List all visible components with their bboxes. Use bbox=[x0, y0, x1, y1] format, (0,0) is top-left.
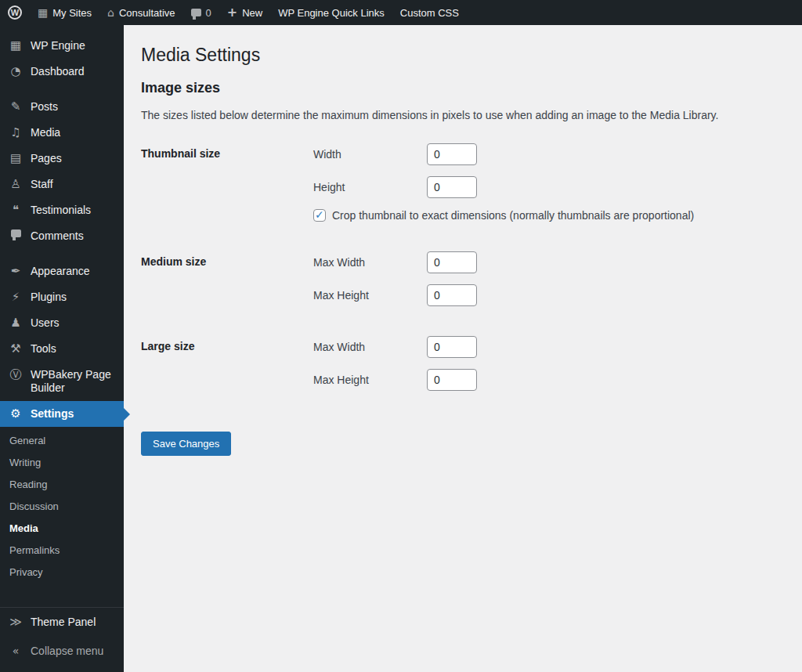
sidebar-item-label: Staff bbox=[31, 178, 53, 191]
site-name-menu[interactable]: ⌂ Consultative bbox=[99, 0, 182, 25]
custom-css-menu[interactable]: Custom CSS bbox=[392, 0, 467, 25]
sidebar-item-appearance[interactable]: ✒ Appearance bbox=[0, 258, 124, 284]
my-sites-menu[interactable]: ▦ My Sites bbox=[30, 0, 99, 25]
submenu-item-permalinks[interactable]: Permalinks bbox=[0, 540, 124, 562]
settings-submenu: General Writing Reading Discussion Media… bbox=[0, 427, 124, 591]
collapse-menu-button[interactable]: « Collapse menu bbox=[0, 637, 124, 666]
max-height-label: Max Height bbox=[313, 374, 427, 386]
pages-icon: ▤ bbox=[8, 152, 23, 165]
medium-size-row: Medium size Max Width Max Height bbox=[141, 251, 785, 317]
sidebar-item-staff[interactable]: ♙ Staff bbox=[0, 172, 124, 197]
large-max-height-line: Max Height bbox=[313, 369, 477, 391]
crop-thumbnail-checkbox[interactable] bbox=[313, 209, 326, 222]
thumbnail-height-line: Height bbox=[313, 176, 694, 198]
sidebar-item-tools[interactable]: ⚒ Tools bbox=[0, 336, 124, 362]
quote-icon: ❝ bbox=[8, 204, 23, 217]
thumbnail-width-line: Width bbox=[313, 143, 694, 165]
medium-max-width-line: Max Width bbox=[313, 251, 477, 273]
medium-max-width-input[interactable] bbox=[427, 251, 477, 273]
sidebar-item-label: Theme Panel bbox=[31, 616, 96, 629]
medium-size-label: Medium size bbox=[141, 251, 313, 317]
large-max-width-line: Max Width bbox=[313, 336, 477, 358]
wp-engine-quick-links-menu[interactable]: WP Engine Quick Links bbox=[270, 0, 392, 25]
theme-panel-icon: ≫ bbox=[8, 616, 23, 629]
wp-engine-icon: ▦ bbox=[8, 39, 23, 52]
thumbnail-size-row: Thumbnail size Width Height Crop thumbna… bbox=[141, 143, 785, 233]
brush-icon: ✒ bbox=[8, 265, 23, 278]
sidebar-item-label: Pages bbox=[31, 152, 62, 165]
admin-menu: ▦ WP Engine ◔ Dashboard ✎ Posts ♫ Media … bbox=[0, 25, 124, 591]
sidebar-item-label: Users bbox=[31, 316, 60, 330]
large-max-width-input[interactable] bbox=[427, 336, 477, 358]
sidebar-item-label: Comments bbox=[31, 229, 84, 243]
sidebar-item-label: WP Engine bbox=[31, 39, 85, 52]
crop-thumbnail-label[interactable]: Crop thumbnail to exact dimensions (norm… bbox=[332, 209, 694, 222]
collapse-menu-label: Collapse menu bbox=[31, 645, 103, 658]
sidebar-item-media[interactable]: ♫ Media bbox=[0, 120, 124, 146]
large-max-height-input[interactable] bbox=[427, 369, 477, 391]
width-label: Width bbox=[313, 148, 427, 161]
admin-bar-new[interactable]: + New bbox=[219, 0, 270, 25]
sidebar-item-plugins[interactable]: ⚡ Plugins bbox=[0, 284, 124, 310]
main-content: Media Settings Image sizes The sizes lis… bbox=[124, 25, 802, 672]
large-size-label: Large size bbox=[141, 336, 313, 402]
plugin-icon: ⚡ bbox=[8, 291, 23, 304]
submenu-item-media[interactable]: Media bbox=[0, 518, 124, 540]
wp-engine-quick-links-label: WP Engine Quick Links bbox=[278, 7, 385, 19]
sidebar-item-label: Dashboard bbox=[31, 65, 85, 78]
dashboard-gauge-icon: ◔ bbox=[8, 65, 23, 78]
menu-separator bbox=[0, 249, 124, 258]
submenu-item-writing[interactable]: Writing bbox=[0, 452, 124, 474]
sidebar-item-settings[interactable]: ⚙ Settings bbox=[0, 401, 124, 427]
medium-max-height-input[interactable] bbox=[427, 284, 477, 306]
menu-separator bbox=[0, 85, 124, 94]
sidebar-item-dashboard[interactable]: ◔ Dashboard bbox=[0, 59, 124, 85]
thumbnail-size-fields: Width Height Crop thumbnail to exact dim… bbox=[313, 143, 694, 233]
image-sizes-heading: Image sizes bbox=[141, 80, 785, 96]
wordpress-logo-menu[interactable]: W bbox=[0, 0, 30, 25]
sidebar-item-label: Plugins bbox=[31, 291, 67, 304]
sites-grid-icon: ▦ bbox=[38, 7, 48, 18]
thumbnail-height-input[interactable] bbox=[427, 176, 477, 198]
custom-css-label: Custom CSS bbox=[400, 7, 459, 19]
submenu-item-general[interactable]: General bbox=[0, 430, 124, 452]
sidebar-item-wp-engine[interactable]: ▦ WP Engine bbox=[0, 33, 124, 59]
sidebar-item-wpbakery[interactable]: Ⓥ WPBakery Page Builder bbox=[0, 362, 124, 401]
submenu-item-privacy[interactable]: Privacy bbox=[0, 562, 124, 583]
max-height-label: Max Height bbox=[313, 289, 427, 302]
wordpress-logo-icon: W bbox=[8, 5, 22, 20]
sidebar-item-label: Posts bbox=[31, 100, 58, 114]
sidebar-item-posts[interactable]: ✎ Posts bbox=[0, 94, 124, 120]
sidebar-item-label: Media bbox=[31, 126, 60, 139]
submenu-item-discussion[interactable]: Discussion bbox=[0, 496, 124, 518]
comment-bubble-icon bbox=[8, 229, 23, 237]
thumbnail-width-input[interactable] bbox=[427, 143, 477, 165]
comment-bubble-icon bbox=[191, 9, 201, 16]
large-size-fields: Max Width Max Height bbox=[313, 336, 477, 402]
wordpress-admin-screen: W ▦ My Sites ⌂ Consultative 0 + New WP E… bbox=[0, 0, 802, 672]
settings-gear-icon: ⚙ bbox=[8, 407, 23, 421]
image-sizes-description: The sizes listed below determine the max… bbox=[141, 109, 785, 121]
sidebar-item-theme-panel[interactable]: ≫ Theme Panel bbox=[0, 608, 124, 637]
submenu-item-reading[interactable]: Reading bbox=[0, 474, 124, 496]
admin-bar-comments[interactable]: 0 bbox=[183, 0, 219, 25]
wpbakery-icon: Ⓥ bbox=[8, 368, 23, 381]
comments-count: 0 bbox=[206, 7, 211, 19]
sidebar-item-pages[interactable]: ▤ Pages bbox=[0, 146, 124, 172]
collapse-arrow-icon: « bbox=[8, 645, 23, 658]
sidebar-item-users[interactable]: ♟ Users bbox=[0, 310, 124, 336]
my-sites-label: My Sites bbox=[52, 7, 92, 19]
save-changes-button[interactable]: Save Changes bbox=[141, 432, 231, 456]
sidebar-item-label: Appearance bbox=[31, 265, 90, 278]
site-name-label: Consultative bbox=[119, 7, 175, 19]
max-width-label: Max Width bbox=[313, 256, 427, 269]
person-icon: ♙ bbox=[8, 178, 23, 191]
pushpin-icon: ✎ bbox=[8, 100, 23, 114]
crop-thumbnail-line: Crop thumbnail to exact dimensions (norm… bbox=[313, 209, 694, 222]
new-label: New bbox=[242, 7, 262, 19]
sidebar-item-testimonials[interactable]: ❝ Testimonials bbox=[0, 197, 124, 223]
sidebar-item-comments[interactable]: Comments bbox=[0, 223, 124, 249]
medium-size-fields: Max Width Max Height bbox=[313, 251, 477, 317]
media-icon: ♫ bbox=[8, 126, 23, 139]
tools-icon: ⚒ bbox=[8, 342, 23, 356]
